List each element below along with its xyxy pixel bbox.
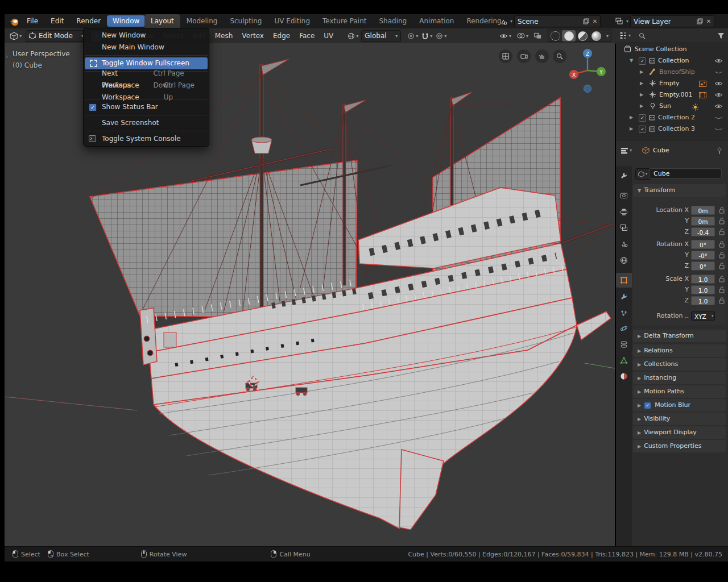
panel-visibility[interactable]: ▶Visibility: [633, 413, 726, 425]
scene-name-field[interactable]: Scene ✕: [514, 15, 601, 27]
wireframe-shading-button[interactable]: [548, 30, 562, 41]
tab-particles[interactable]: [616, 306, 632, 321]
remove-view-layer-icon[interactable]: ✕: [706, 18, 711, 24]
ortho-grid-button[interactable]: [499, 49, 512, 63]
tab-view-layer[interactable]: [616, 221, 632, 235]
expand-arrow-icon[interactable]: ▶: [640, 78, 643, 89]
outliner-row-collection-3[interactable]: ▶ ✓ Collection 3: [616, 123, 728, 135]
menu-item-show-status-bar[interactable]: ✓ Show Status Bar: [84, 101, 209, 113]
expand-arrow-icon[interactable]: ▶: [640, 101, 643, 112]
location-y-field[interactable]: 0m: [691, 217, 715, 226]
shading-dropdown-arrow[interactable]: ▾: [603, 30, 611, 41]
new-view-layer-icon[interactable]: [697, 18, 703, 24]
outliner-editor-icon[interactable]: [619, 32, 627, 39]
tab-world[interactable]: [616, 253, 632, 268]
collection-checkbox[interactable]: ✓: [639, 126, 646, 133]
lock-open-icon[interactable]: [719, 286, 725, 293]
view-layer-icon[interactable]: [615, 18, 623, 26]
solid-shading-button[interactable]: [562, 30, 576, 41]
tab-render[interactable]: [616, 188, 632, 203]
location-z-field[interactable]: -0.4: [691, 227, 715, 236]
outliner-row-boneofship[interactable]: ▶ BoneofShip: [616, 66, 728, 78]
tab-constraints[interactable]: [616, 337, 632, 352]
menu-item-save-screenshot[interactable]: Save Screenshot: [84, 117, 209, 129]
expand-arrow-icon[interactable]: ▶: [630, 112, 633, 123]
proportional-edit-button[interactable]: ▾: [434, 30, 448, 41]
expand-arrow-icon[interactable]: ▶: [630, 123, 633, 135]
tab-output[interactable]: [616, 205, 632, 219]
panel-instancing[interactable]: ▶Instancing: [633, 372, 726, 384]
outliner-row-sun[interactable]: ▶ Sun: [616, 101, 728, 112]
rotation-x-field[interactable]: 0°: [691, 240, 715, 249]
tab-sculpting[interactable]: Sculpting: [224, 14, 268, 28]
menu-item-new-window[interactable]: New Window: [84, 30, 209, 41]
object-name-field[interactable]: Cube: [650, 168, 722, 178]
scene-icon[interactable]: [499, 18, 507, 26]
tab-object[interactable]: [616, 273, 632, 288]
camera-view-button[interactable]: [517, 49, 531, 63]
menu-mesh[interactable]: Mesh: [210, 28, 238, 43]
scene-dropdown-arrow[interactable]: ▾: [510, 19, 512, 24]
editor-type-button[interactable]: ▾: [8, 30, 23, 41]
menu-item-previous-workspace[interactable]: Previous WorkspaceCtrl Page Up: [84, 85, 209, 97]
outliner-editor-dropdown[interactable]: ▾: [628, 33, 631, 38]
motion-blur-checkbox[interactable]: ✓: [644, 402, 651, 409]
move-view-button[interactable]: [535, 49, 549, 63]
lock-open-icon[interactable]: [719, 263, 725, 269]
scale-z-field[interactable]: 1.0: [691, 296, 715, 305]
outliner-row-empty[interactable]: ▶ Empty: [616, 78, 728, 89]
xray-button[interactable]: [532, 30, 543, 41]
tab-texture-paint[interactable]: Texture Paint: [316, 14, 373, 28]
menu-item-toggle-system-console[interactable]: Toggle System Console: [84, 133, 209, 145]
id-type-dropdown[interactable]: ▾: [635, 168, 650, 180]
tab-object-data[interactable]: [616, 353, 632, 368]
scale-x-field[interactable]: 1.0: [691, 275, 715, 284]
outliner-row-collection[interactable]: ▼ ✓ Collection: [616, 55, 728, 66]
film-data-icon[interactable]: [699, 92, 706, 98]
expand-arrow-icon[interactable]: ▶: [640, 89, 643, 101]
scale-y-field[interactable]: 1.0: [691, 285, 715, 294]
sun-data-icon[interactable]: [692, 103, 699, 111]
collapse-arrow-icon[interactable]: ▼: [630, 55, 633, 66]
rotation-z-field[interactable]: 0°: [691, 261, 715, 271]
outliner-row-scene-collection[interactable]: Scene Collection: [616, 44, 728, 55]
menu-face[interactable]: Face: [295, 28, 319, 43]
orientation-dropdown[interactable]: Global ▾: [361, 30, 401, 42]
transform-panel-header[interactable]: ▼Transform: [633, 184, 726, 197]
mode-dropdown[interactable]: Edit Mode ▾: [26, 30, 87, 42]
eye-closed-icon[interactable]: [714, 69, 723, 75]
lock-open-icon[interactable]: [719, 228, 725, 235]
tab-modifiers[interactable]: [616, 289, 632, 304]
tab-layout[interactable]: Layout: [144, 14, 180, 28]
new-scene-icon[interactable]: [583, 18, 589, 24]
outliner-row-collection-2[interactable]: ▶ ✓ Collection 2: [616, 112, 728, 123]
material-shading-button[interactable]: [576, 30, 589, 41]
collection-checkbox[interactable]: ✓: [639, 57, 646, 65]
collection-checkbox[interactable]: ✓: [639, 114, 646, 122]
view-layer-field[interactable]: View Layer ✕: [630, 15, 714, 27]
rendered-shading-button[interactable]: [589, 30, 603, 41]
menu-render[interactable]: Render: [70, 14, 107, 28]
lock-open-icon[interactable]: [719, 252, 725, 259]
eye-open-icon[interactable]: [714, 58, 723, 64]
location-x-field[interactable]: 0m: [691, 206, 715, 215]
overlays-button[interactable]: ▾: [515, 30, 530, 41]
menu-file[interactable]: File: [20, 14, 44, 28]
lock-open-icon[interactable]: [719, 276, 725, 282]
properties-editor-dropdown[interactable]: ▾: [630, 148, 632, 153]
menu-item-new-main-window[interactable]: New Main Window: [84, 41, 209, 53]
pin-icon[interactable]: [716, 147, 723, 155]
panel-motion-paths[interactable]: ▶Motion Paths: [633, 385, 726, 398]
eye-closed-icon[interactable]: [714, 115, 723, 120]
tab-tool[interactable]: [616, 168, 632, 183]
tab-physics[interactable]: [616, 321, 632, 336]
tab-shading[interactable]: Shading: [373, 14, 413, 28]
eye-open-icon[interactable]: [714, 92, 723, 98]
menu-window[interactable]: Window: [107, 15, 145, 27]
menu-edge[interactable]: Edge: [268, 28, 295, 43]
eye-open-icon[interactable]: [714, 103, 723, 109]
tab-animation[interactable]: Animation: [413, 14, 460, 28]
panel-viewport-display[interactable]: ▶Viewport Display: [633, 426, 726, 439]
menu-edit[interactable]: Edit: [44, 14, 70, 28]
tab-modeling[interactable]: Modeling: [180, 14, 224, 28]
